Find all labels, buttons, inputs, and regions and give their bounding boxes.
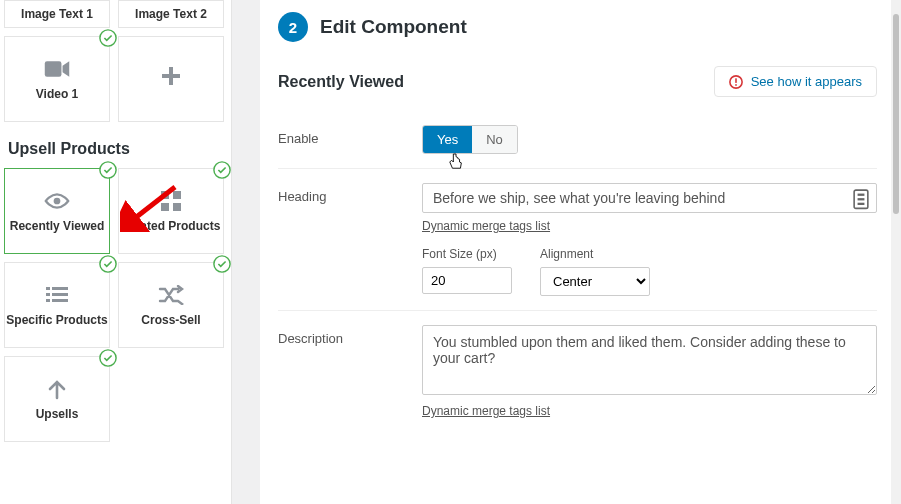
svg-rect-14 xyxy=(46,293,50,296)
svg-rect-22 xyxy=(735,84,737,86)
tile-label: Image Text 2 xyxy=(135,7,207,21)
tile-related-products[interactable]: Related Products xyxy=(118,168,224,254)
tile-label: Image Text 1 xyxy=(21,7,93,21)
alignment-label: Alignment xyxy=(540,247,650,261)
check-icon xyxy=(99,29,117,47)
see-how-it-appears-button[interactable]: See how it appears xyxy=(714,66,877,97)
tile-label: Cross-Sell xyxy=(141,313,200,327)
tile-label: Video 1 xyxy=(36,87,78,101)
step-title: Edit Component xyxy=(320,16,467,38)
edit-component-panel: 2 Edit Component Recently Viewed See how… xyxy=(260,0,901,504)
plus-icon xyxy=(157,64,185,88)
heading-input[interactable] xyxy=(422,183,877,213)
description-label: Description xyxy=(278,311,418,433)
svg-rect-13 xyxy=(52,287,68,290)
tile-label: Upsells xyxy=(36,407,79,421)
video-icon xyxy=(43,57,71,81)
component-palette-sidebar: Image Text 1 Image Text 2 Video 1 Upsell… xyxy=(0,0,232,504)
sidebar-section-heading: Upsell Products xyxy=(8,140,227,158)
grid-icon xyxy=(157,189,185,213)
check-icon xyxy=(213,255,231,273)
enable-label: Enable xyxy=(278,111,418,169)
tile-cross-sell[interactable]: Cross-Sell xyxy=(118,262,224,348)
merge-tag-picker-icon[interactable] xyxy=(853,189,869,207)
tile-label: Related Products xyxy=(122,219,221,233)
list-icon xyxy=(43,283,71,307)
scrollbar-thumb[interactable] xyxy=(893,14,899,214)
warning-icon xyxy=(729,75,743,89)
svg-rect-15 xyxy=(52,293,68,296)
tile-video-1[interactable]: Video 1 xyxy=(4,36,110,122)
svg-rect-12 xyxy=(46,287,50,290)
svg-rect-3 xyxy=(162,74,180,78)
dynamic-merge-tags-link[interactable]: Dynamic merge tags list xyxy=(422,219,550,233)
tile-recently-viewed[interactable]: Recently Viewed xyxy=(4,168,110,254)
scrollbar-track[interactable] xyxy=(891,0,901,504)
tile-image-text-1[interactable]: Image Text 1 xyxy=(4,0,110,28)
step-number-badge: 2 xyxy=(278,12,308,42)
see-how-it-appears-label: See how it appears xyxy=(751,74,862,89)
tile-add-component[interactable] xyxy=(118,36,224,122)
alignment-select[interactable]: Center xyxy=(540,267,650,296)
svg-rect-25 xyxy=(858,194,865,196)
tile-specific-products[interactable]: Specific Products xyxy=(4,262,110,348)
enable-toggle: Yes No xyxy=(422,125,518,154)
dynamic-merge-tags-link[interactable]: Dynamic merge tags list xyxy=(422,404,550,418)
font-size-input[interactable] xyxy=(422,267,512,294)
check-icon xyxy=(213,161,231,179)
check-icon xyxy=(99,349,117,367)
tile-image-text-2[interactable]: Image Text 2 xyxy=(118,0,224,28)
component-section-name: Recently Viewed xyxy=(278,73,404,91)
svg-rect-1 xyxy=(45,61,62,77)
shuffle-icon xyxy=(157,283,185,307)
check-icon xyxy=(99,161,117,179)
heading-label: Heading xyxy=(278,169,418,311)
enable-yes-button[interactable]: Yes xyxy=(423,126,472,153)
svg-rect-10 xyxy=(173,203,181,211)
description-textarea[interactable] xyxy=(422,325,877,395)
svg-rect-26 xyxy=(858,198,865,200)
svg-rect-16 xyxy=(46,299,50,302)
enable-no-button[interactable]: No xyxy=(472,126,517,153)
svg-rect-24 xyxy=(858,203,865,205)
cursor-pointer-icon xyxy=(448,152,464,172)
svg-rect-8 xyxy=(173,191,181,199)
svg-rect-21 xyxy=(735,78,737,83)
tile-label: Recently Viewed xyxy=(10,219,105,233)
svg-rect-9 xyxy=(161,203,169,211)
column-gutter xyxy=(232,0,260,504)
tile-upsells[interactable]: Upsells xyxy=(4,356,110,442)
arrow-up-icon xyxy=(43,377,71,401)
svg-rect-7 xyxy=(161,191,169,199)
svg-point-5 xyxy=(54,197,61,204)
svg-rect-17 xyxy=(52,299,68,302)
eye-icon xyxy=(43,189,71,213)
step-header: 2 Edit Component xyxy=(278,12,877,42)
check-icon xyxy=(99,255,117,273)
font-size-label: Font Size (px) xyxy=(422,247,512,261)
tile-label: Specific Products xyxy=(6,313,107,327)
